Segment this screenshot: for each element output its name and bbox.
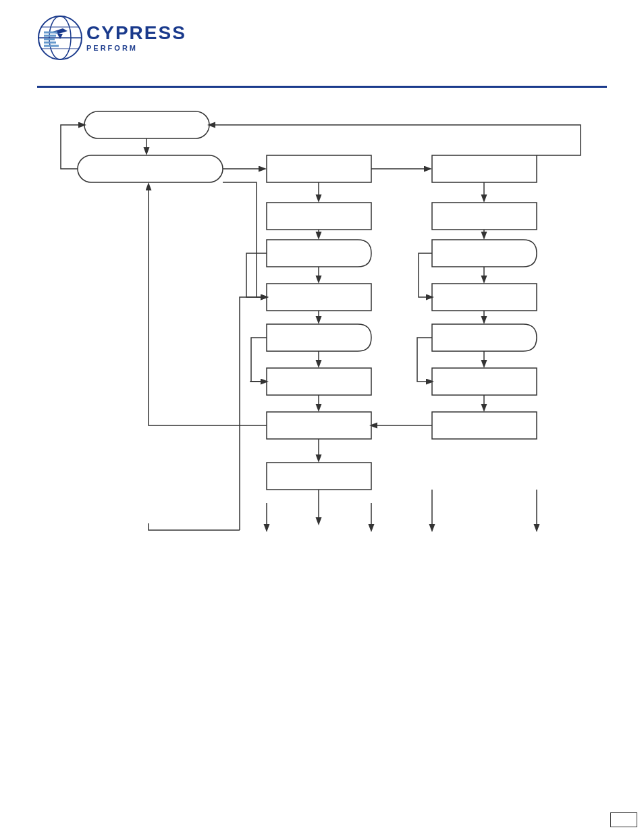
logo-area: CYPRESS PERFORM [37, 14, 186, 62]
flowchart-diagram [41, 105, 608, 645]
brand-name: CYPRESS [86, 24, 186, 43]
svg-rect-15 [267, 284, 371, 311]
svg-rect-22 [267, 463, 371, 490]
brand-tagline: PERFORM [86, 44, 186, 52]
header-divider [37, 86, 607, 88]
svg-rect-16 [267, 368, 371, 395]
cypress-logo-icon [37, 14, 83, 62]
svg-rect-10 [84, 111, 209, 138]
svg-rect-21 [432, 412, 537, 439]
svg-rect-19 [432, 284, 537, 311]
header: CYPRESS PERFORM [0, 0, 644, 95]
svg-rect-18 [432, 203, 537, 230]
logo-text: CYPRESS PERFORM [86, 24, 186, 52]
svg-rect-14 [267, 203, 371, 230]
svg-rect-13 [432, 155, 537, 182]
svg-rect-20 [432, 368, 537, 395]
svg-rect-12 [267, 155, 371, 182]
svg-rect-17 [267, 412, 371, 439]
flowchart-svg [41, 105, 608, 645]
page-number-box [610, 812, 637, 827]
svg-rect-11 [78, 155, 223, 182]
